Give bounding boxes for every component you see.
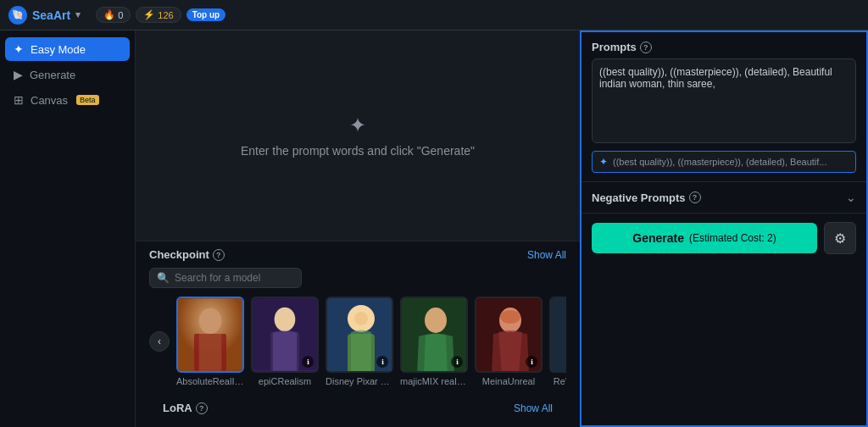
model-info-icon-majic: ℹ bbox=[451, 356, 463, 368]
svg-point-11 bbox=[354, 312, 368, 325]
canvas-area: ✦ Enter the prompt words and click "Gene… bbox=[136, 30, 580, 241]
svg-point-13 bbox=[425, 308, 447, 333]
canvas-hint: Enter the prompt words and click "Genera… bbox=[241, 144, 475, 158]
model-name-absolute: AbsoluteRealIndian bbox=[176, 376, 244, 386]
chevron-down-icon: ⌄ bbox=[846, 191, 856, 204]
sidebar: ✦ Easy Mode ▶ Generate ⊞ Canvas Beta bbox=[0, 30, 136, 427]
model-card-rev[interactable]: ℹ ReV Animated bbox=[549, 297, 566, 386]
models-prev-button[interactable]: ‹ bbox=[149, 331, 170, 352]
negative-prompts-label: Negative Prompts ? bbox=[592, 191, 701, 204]
model-name-disney: Disney Pixar Carto... bbox=[326, 376, 393, 386]
negative-prompts-help-icon[interactable]: ? bbox=[689, 191, 701, 203]
logo-icon: 🐚 bbox=[8, 6, 27, 25]
beta-badge: Beta bbox=[76, 95, 99, 105]
model-name-majic: majicMIX realistic ... bbox=[400, 376, 468, 386]
canvas-stars-icon: ✦ bbox=[349, 114, 366, 137]
fire-credits: 🔥 0 bbox=[96, 7, 131, 23]
svg-point-16 bbox=[500, 310, 520, 324]
search-icon: 🔍 bbox=[157, 272, 170, 284]
model-info-icon-disney: ℹ bbox=[376, 356, 388, 368]
generate-icon: ▶ bbox=[14, 68, 23, 81]
generate-label: Generate bbox=[632, 231, 684, 245]
sidebar-item-label: Canvas bbox=[31, 94, 68, 107]
right-panel: Prompts ? ((best quality)), ((masterpiec… bbox=[580, 30, 868, 427]
model-name-rev: ReV Animated bbox=[554, 376, 566, 386]
prompts-section: Prompts ? ((best quality)), ((masterpiec… bbox=[581, 32, 866, 182]
prompts-label: Prompts ? bbox=[592, 41, 856, 53]
generate-section: Generate (Estimated Cost: 2) ⚙ bbox=[581, 214, 866, 263]
model-thumb-disney: ℹ bbox=[326, 297, 393, 373]
model-info-icon-meina: ℹ bbox=[526, 356, 537, 368]
suggestion-text: ((best quality)), ((masterpiece)), (deta… bbox=[613, 157, 826, 167]
model-card-meina[interactable]: ℹ MeinaUnreal bbox=[475, 297, 542, 386]
model-card-majic[interactable]: ℹ majicMIX realistic ... bbox=[400, 297, 468, 386]
svg-point-1 bbox=[199, 308, 222, 334]
easy-mode-icon: ✦ bbox=[14, 42, 24, 56]
suggestion-icon: ✦ bbox=[599, 156, 608, 168]
svg-rect-3 bbox=[199, 334, 222, 371]
svg-rect-17 bbox=[551, 298, 566, 373]
settings-button[interactable]: ⚙ bbox=[824, 222, 856, 254]
topbar: 🐚 SeaArt ▾ 🔥 0 ⚡ 126 Top up bbox=[0, 0, 868, 30]
checkpoint-help-icon[interactable]: ? bbox=[213, 249, 225, 261]
lightning-credits: ⚡ 126 bbox=[136, 7, 181, 23]
center-column: ✦ Enter the prompt words and click "Gene… bbox=[136, 30, 580, 427]
svg-point-5 bbox=[275, 308, 296, 332]
negative-prompts-header[interactable]: Negative Prompts ? ⌄ bbox=[592, 191, 856, 204]
checkpoint-header: Checkpoint ? Show All bbox=[149, 248, 566, 261]
prompts-textarea[interactable]: ((best quality)), ((masterpiece)), (deta… bbox=[592, 58, 856, 143]
lora-header: LoRA ? Show All bbox=[163, 402, 553, 414]
model-thumb-majic: ℹ bbox=[400, 297, 468, 373]
model-thumb-absolute bbox=[176, 297, 244, 373]
lora-help-icon[interactable]: ? bbox=[196, 402, 208, 414]
canvas-main: ✦ Enter the prompt words and click "Gene… bbox=[136, 30, 580, 241]
generate-button[interactable]: Generate (Estimated Cost: 2) bbox=[592, 223, 817, 253]
model-name-meina: MeinaUnreal bbox=[482, 376, 535, 386]
lora-section: LoRA ? Show All bbox=[149, 395, 566, 424]
model-thumb-rev: ℹ bbox=[549, 297, 566, 373]
generate-cost: (Estimated Cost: 2) bbox=[689, 232, 776, 244]
credits-bar: 🔥 0 ⚡ 126 Top up bbox=[96, 7, 225, 23]
logo-arrow: ▾ bbox=[75, 9, 81, 20]
model-card-absolute[interactable]: AbsoluteRealIndian bbox=[176, 297, 244, 386]
app-logo: 🐚 SeaArt ▾ bbox=[8, 6, 81, 25]
checkpoint-show-all[interactable]: Show All bbox=[527, 249, 566, 261]
app-name: SeaArt bbox=[32, 8, 70, 22]
model-search-box[interactable]: 🔍 bbox=[149, 268, 302, 288]
bottom-section: Checkpoint ? Show All 🔍 ‹ bbox=[136, 241, 580, 427]
model-card-disney[interactable]: ℹ Disney Pixar Carto... bbox=[326, 297, 393, 386]
prompts-help-icon[interactable]: ? bbox=[640, 42, 652, 53]
model-name-epic: epiCRealism bbox=[259, 376, 311, 386]
canvas-icon: ⊞ bbox=[14, 93, 24, 107]
main-layout: ✦ Easy Mode ▶ Generate ⊞ Canvas Beta ✦ E… bbox=[0, 30, 868, 427]
sidebar-item-label: Generate bbox=[30, 69, 75, 81]
negative-prompts-section: Negative Prompts ? ⌄ bbox=[581, 182, 866, 214]
model-info-icon: ℹ bbox=[302, 356, 314, 368]
checkpoint-title: Checkpoint ? bbox=[149, 248, 225, 261]
model-card-epic[interactable]: ℹ epiCRealism bbox=[251, 297, 319, 386]
model-thumb-epic: ℹ bbox=[251, 297, 319, 373]
sidebar-item-label: Easy Mode bbox=[31, 43, 86, 56]
lora-title: LoRA ? bbox=[163, 402, 208, 414]
fire-icon: 🔥 bbox=[103, 9, 115, 20]
lightning-icon: ⚡ bbox=[143, 9, 155, 20]
sidebar-item-generate[interactable]: ▶ Generate bbox=[5, 63, 130, 86]
models-row: ‹ AbsoluteRealInd bbox=[149, 297, 566, 386]
sidebar-item-easy-mode[interactable]: ✦ Easy Mode bbox=[5, 37, 130, 61]
lora-show-all[interactable]: Show All bbox=[514, 402, 553, 414]
model-search-input[interactable] bbox=[175, 272, 294, 284]
model-thumb-meina: ℹ bbox=[475, 297, 542, 373]
prompt-suggestion[interactable]: ✦ ((best quality)), ((masterpiece)), (de… bbox=[592, 151, 856, 173]
topup-button[interactable]: Top up bbox=[186, 8, 226, 21]
settings-icon: ⚙ bbox=[834, 230, 846, 247]
sidebar-item-canvas[interactable]: ⊞ Canvas Beta bbox=[5, 88, 130, 112]
